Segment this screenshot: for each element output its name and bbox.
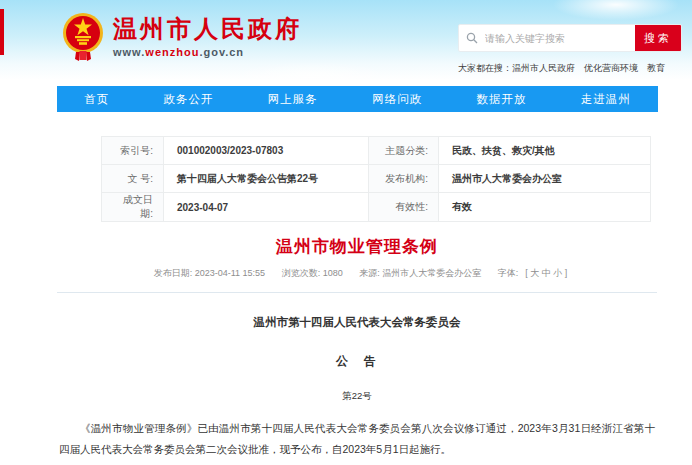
doc-number-label: 文 号: <box>102 165 164 193</box>
view-count: 浏览次数: 1080 <box>282 268 343 278</box>
table-row: 索引号: 001002003/2023-07803 主题分类: 民政、扶贫、救灾… <box>102 137 651 165</box>
notice-heading: 公 告 <box>57 353 657 370</box>
font-size-options[interactable]: [ 大 中 小 ] <box>525 268 567 278</box>
search-icon <box>459 25 485 51</box>
table-row: 成文日期: 2023-04-07 有效性: 有效 <box>102 193 651 222</box>
topic-category-value: 民政、扶贫、救灾/其他 <box>439 137 651 165</box>
validity-label: 有效性: <box>369 193 439 222</box>
index-number-label: 索引号: <box>102 137 164 165</box>
date-written-value: 2023-04-07 <box>164 193 369 222</box>
url-suffix: .gov.cn <box>199 46 244 58</box>
nav-item-open-data[interactable]: 数据开放 <box>476 92 526 107</box>
article-meta-line: 发布日期: 2023-04-11 15:55 浏览次数: 1080 来源: 温州… <box>57 267 657 293</box>
site-title: 温州市人民政府 <box>113 16 302 42</box>
topic-category-label: 主题分类: <box>369 137 439 165</box>
left-edge-red-banner <box>0 9 4 55</box>
committee-heading: 温州市第十四届人民代表大会常务委员会 <box>57 315 657 330</box>
nav-item-home[interactable]: 首页 <box>84 92 109 107</box>
search-button[interactable]: 搜索 <box>635 25 681 51</box>
site-brand[interactable]: 温州市人民政府 www.wenzhou.gov.cn <box>62 11 302 63</box>
document-meta-table: 索引号: 001002003/2023-07803 主题分类: 民政、扶贫、救灾… <box>101 136 651 222</box>
nav-item-about-wenzhou[interactable]: 走进温州 <box>581 92 631 107</box>
url-prefix: www. <box>113 46 145 58</box>
site-url: www.wenzhou.gov.cn <box>113 46 302 58</box>
header-banner: 温州市人民政府 www.wenzhou.gov.cn 搜索 大家都在搜：温州市人… <box>0 0 692 80</box>
validity-value: 有效 <box>439 193 651 222</box>
font-size-label: 字体: <box>498 268 519 278</box>
url-highlight: wenzhou <box>145 46 199 58</box>
main-nav: 首页 政务公开 网上服务 网络问政 数据开放 走进温州 <box>57 86 658 112</box>
page-title: 温州市物业管理条例 <box>57 235 657 258</box>
issuing-agency-value: 温州市人大常委会办公室 <box>439 165 651 193</box>
hot-search-link[interactable]: 教育 <box>647 63 665 73</box>
hot-search-label: 大家都在搜： <box>458 63 512 73</box>
date-written-label: 成文日期: <box>102 193 164 222</box>
search-input[interactable] <box>485 25 635 51</box>
notice-paragraph: 《温州市物业管理条例》已由温州市第十四届人民代表大会常务委员会第八次会议修订通过… <box>59 418 655 460</box>
source: 来源: 温州市人大常委会办公室 <box>359 268 481 278</box>
article-content: 索引号: 001002003/2023-07803 主题分类: 民政、扶贫、救灾… <box>57 136 657 465</box>
publish-date: 发布日期: 2023-04-11 15:55 <box>154 268 265 278</box>
nav-item-gov-affairs[interactable]: 政务公开 <box>163 92 213 107</box>
index-number-value: 001002003/2023-07803 <box>164 137 369 165</box>
hot-search-link[interactable]: 优化营商环境 <box>584 63 638 73</box>
nav-item-online-services[interactable]: 网上服务 <box>268 92 318 107</box>
hot-search-link[interactable]: 温州市人民政府 <box>512 63 575 73</box>
table-row: 文 号: 第十四届人大常委会公告第22号 发布机构: 温州市人大常委会办公室 <box>102 165 651 193</box>
search-area: 搜索 大家都在搜：温州市人民政府优化营商环境教育 <box>458 24 682 75</box>
search-box: 搜索 <box>458 24 682 52</box>
hot-search-bar: 大家都在搜：温州市人民政府优化营商环境教育 <box>458 62 682 75</box>
national-emblem-logo <box>62 11 104 63</box>
issuing-agency-label: 发布机构: <box>369 165 439 193</box>
page: 温州市人民政府 www.wenzhou.gov.cn 搜索 大家都在搜：温州市人… <box>0 0 692 465</box>
doc-number-value: 第十四届人大常委会公告第22号 <box>164 165 369 193</box>
notice-number: 第22号 <box>57 390 657 403</box>
nav-item-online-politics[interactable]: 网络问政 <box>372 92 422 107</box>
brand-text: 温州市人民政府 www.wenzhou.gov.cn <box>113 11 302 58</box>
